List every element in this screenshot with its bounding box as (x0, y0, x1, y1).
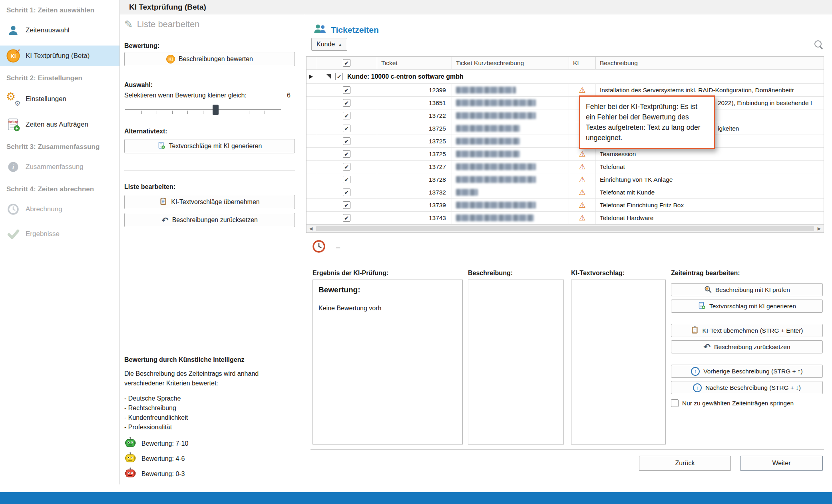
step4-header: Schritt 4: Zeiten abrechnen (0, 185, 119, 194)
group-row[interactable]: ✔ Kunde: 10000 c-entron software gmbh (307, 69, 824, 84)
step2-header: Schritt 2: Einstellungen (0, 73, 119, 83)
sidebar-item-ergebnisse[interactable]: Ergebnisse (0, 224, 119, 244)
sidebar-item-zeiten-aus-auftraegen[interactable]: Auftrag Zeiten aus Aufträgen (0, 114, 119, 135)
ki-text-uebernehmen-button[interactable]: KI-Text übernehmen (STRG + Enter) (671, 324, 823, 337)
sidebar-item-ki-textpruefung[interactable]: KI KI Textprüfung (Beta) (0, 46, 119, 66)
gears-icon: ⚙⚙ (6, 92, 20, 106)
table-row[interactable]: ✔13727⚠Telefonat (307, 161, 824, 173)
row-checkbox[interactable]: ✔ (343, 176, 350, 183)
sidebar-item-zeitenauswahl[interactable]: Zeitenauswahl (0, 20, 119, 41)
springen-checkbox[interactable] (671, 399, 679, 407)
row-checkbox[interactable]: ✔ (343, 163, 350, 171)
scroll-left-icon[interactable]: ◀ (307, 225, 315, 232)
naechste-beschreibung-button[interactable]: ↓ Nächste Beschreibung (STRG + ↓) (671, 381, 823, 394)
kurzbeschreibung-cell (452, 186, 569, 198)
row-indicator-cell (307, 199, 316, 211)
beschreibungen-bewerten-button[interactable]: KI Beschreibungen bewerten (124, 52, 295, 66)
row-checkbox[interactable]: ✔ (343, 99, 350, 107)
row-checkbox[interactable]: ✔ (343, 112, 350, 119)
redacted-text (456, 99, 536, 106)
row-indicator-cell (307, 97, 316, 109)
sidebar-item-zusammenfassung[interactable]: i Zusammenfassung (0, 157, 119, 177)
ki-textvorschlaege-uebernehmen-button[interactable]: KI-Textvorschläge übernehmen (124, 195, 295, 209)
row-indicator-cell (307, 161, 316, 173)
kurzbeschreibung-cell (452, 122, 569, 135)
table-row[interactable]: ✔13725⚠ (307, 135, 824, 148)
scroll-right-icon[interactable]: ▶ (815, 225, 824, 232)
horizontal-scrollbar[interactable]: ◀ ▶ (307, 224, 824, 232)
column-header-kurzbeschreibung[interactable]: Ticket Kurzbeschreibung (452, 57, 569, 69)
redacted-text (456, 214, 534, 221)
zurueck-button[interactable]: Zurück (639, 456, 731, 471)
ticket-table: ✔ Ticket Ticket Kurzbeschreibung KI Besc… (306, 56, 824, 233)
ticket-number: 13725 (377, 148, 452, 160)
bewertung-heading: Bewertung: (318, 286, 457, 294)
search-icon[interactable] (814, 40, 824, 50)
ki-cell: ⚠ (569, 148, 596, 160)
row-checkbox[interactable]: ✔ (343, 201, 350, 209)
vorherige-beschreibung-button[interactable]: ↑ Vorherige Beschreibung (STRG + ↑) (671, 365, 823, 378)
indicator-header-cell (307, 57, 316, 69)
table-row[interactable]: ✔13743⚠Telefonat Hardware (307, 212, 824, 224)
table-row[interactable]: ✔13728⚠Einrichtung von TK Anlage (307, 173, 824, 186)
slider-ticks (126, 111, 280, 114)
svg-text:i: i (12, 163, 14, 171)
column-header-ticket[interactable]: Ticket (377, 57, 452, 69)
group-checkbox[interactable]: ✔ (335, 73, 343, 80)
row-checkbox[interactable]: ✔ (343, 189, 350, 196)
textvorschlag-generieren-button[interactable]: Textvorschlag mit KI generieren (671, 300, 823, 313)
ergebnis-label: Ergebnis der KI-Prüfung: (312, 270, 463, 276)
table-row[interactable]: ✔13725⚠Teamsession (307, 148, 824, 161)
robot-red-icon (124, 467, 136, 481)
scrollbar-thumb[interactable] (316, 226, 814, 231)
beschreibung-cell: Telefonat Hardware (596, 212, 824, 224)
group-row-label: Kunde: 10000 c-entron software gmbh (347, 73, 464, 80)
column-header-ki[interactable]: KI (569, 57, 596, 69)
table-row[interactable]: ✔13732⚠Telefonat mit Kunde (307, 186, 824, 199)
row-checkbox[interactable]: ✔ (343, 150, 350, 158)
button-label: Nächste Beschreibung (STRG + ↓) (705, 384, 801, 391)
row-checkbox[interactable]: ✔ (343, 214, 350, 222)
row-indicator-cell (307, 212, 316, 224)
row-checkbox[interactable]: ✔ (343, 125, 350, 132)
sidebar-item-einstellungen[interactable]: ⚙⚙ Einstellungen (0, 89, 119, 109)
table-row[interactable]: ✔13651⚠2022), Einbindung in bestehende I (307, 97, 824, 109)
beschreibung-pruefen-button[interactable]: Beschreibung mit KI prüfen (671, 283, 823, 296)
sidebar-item-abrechnung[interactable]: Abrechnung (0, 199, 119, 220)
sidebar-item-label: Einstellungen (26, 95, 66, 103)
slider-handle[interactable] (213, 105, 219, 115)
ki-textvorschlag-column: KI-Textvorschlag: (571, 270, 666, 444)
time-entry-row: – (312, 240, 340, 255)
springen-checkbox-row[interactable]: Nur zu gewählten Zeiteinträgen springen (671, 399, 823, 407)
bewertung-slider[interactable] (125, 104, 281, 116)
select-all-checkbox[interactable]: ✔ (343, 59, 350, 67)
beschreibung-zuruecksetzen-button[interactable]: ↶ Beschreibung zurücksetzen (671, 340, 823, 353)
step3-header: Schritt 3: Zusammenfassung (0, 142, 119, 152)
beschreibung-cell: Installation des Serversystems inkl. RAI… (596, 84, 824, 96)
group-by-kunde-button[interactable]: Kunde ▲ (311, 38, 347, 51)
row-checkbox[interactable]: ✔ (343, 86, 350, 94)
row-checkbox[interactable]: ✔ (343, 137, 350, 145)
document-plus-icon (157, 141, 165, 151)
ki-textvorschlag-box[interactable] (571, 280, 666, 444)
person-icon (6, 24, 20, 36)
ticket-number: 13732 (377, 186, 452, 198)
beschreibungen-zuruecksetzen-button[interactable]: ↶ Beschreibungen zurücksetzen (124, 213, 295, 227)
ticket-number: 13728 (377, 173, 452, 186)
redacted-text (456, 163, 536, 170)
redacted-text (456, 202, 536, 208)
table-row[interactable]: ✔13725⚠igkeiten (307, 122, 824, 135)
column-header-beschreibung[interactable]: Beschreibung (596, 57, 824, 69)
warning-icon: ⚠ (579, 86, 585, 94)
row-indicator-cell (307, 148, 316, 160)
clock-red-icon (312, 240, 326, 255)
table-row[interactable]: ✔13722⚠ (307, 109, 824, 122)
textvorschlaege-generieren-button[interactable]: Textvorschläge mit KI generieren (124, 139, 295, 153)
collapse-group-icon[interactable] (326, 74, 331, 79)
table-row[interactable]: ✔12399⚠Installation des Serversystems in… (307, 84, 824, 97)
weiter-button[interactable]: Weiter (740, 456, 823, 471)
arrow-down-circle-icon: ↓ (693, 383, 702, 392)
table-row[interactable]: ✔13739⚠Telefonat Einrichtung Fritz Box (307, 199, 824, 212)
button-label: KI-Textvorschläge übernehmen (171, 198, 259, 206)
beschreibung-box[interactable] (468, 280, 564, 444)
